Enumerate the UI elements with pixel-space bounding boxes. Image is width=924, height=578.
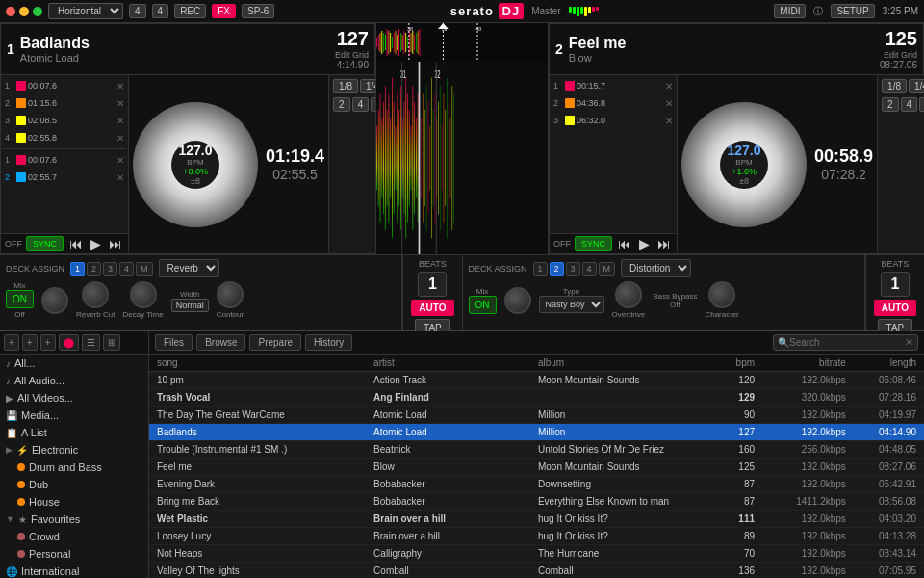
info-icon[interactable]: ⓘ bbox=[813, 5, 823, 18]
beat-btn[interactable]: 2 bbox=[333, 97, 350, 112]
sidebar-item-dub[interactable]: Dub bbox=[0, 476, 148, 493]
assign-btn-2[interactable]: 2 bbox=[87, 262, 101, 276]
cue-row[interactable]: 100:07.6✕ bbox=[3, 151, 126, 169]
sidebar-item-international[interactable]: 🌐 International bbox=[0, 563, 148, 578]
decay-knob[interactable] bbox=[130, 281, 157, 308]
minimize-button[interactable] bbox=[19, 7, 29, 16]
assign-btn-2-1[interactable]: 1 bbox=[533, 262, 548, 276]
platter-1[interactable]: 127.0 BPM +0.0% ±8 bbox=[133, 102, 258, 227]
deck-1-sync-button[interactable]: SYNC bbox=[26, 236, 64, 251]
auto-btn-2[interactable]: AUTO bbox=[874, 300, 916, 316]
layout-select[interactable]: Horizontal bbox=[48, 3, 123, 19]
deck-b-button[interactable]: 4 bbox=[152, 4, 169, 18]
assign-btn-2-m[interactable]: M bbox=[599, 262, 616, 276]
cue-row[interactable]: 306:32.0✕ bbox=[552, 112, 675, 129]
add-button[interactable]: + bbox=[4, 334, 19, 351]
track-row[interactable]: Trash Vocal Ang Finland 129 320.0kbps 07… bbox=[149, 389, 924, 407]
sidebar-item-house[interactable]: House bbox=[0, 493, 148, 511]
search-input[interactable] bbox=[789, 337, 905, 348]
search-clear-button[interactable]: ✕ bbox=[905, 336, 913, 349]
col-header-album[interactable]: album bbox=[534, 356, 699, 369]
setup-button[interactable]: SETUP bbox=[831, 4, 874, 18]
add-button-2[interactable]: + bbox=[22, 334, 38, 351]
loop-btn-2[interactable]: 1/4 bbox=[909, 79, 924, 93]
beat-btn-2[interactable]: 8 bbox=[919, 97, 924, 112]
reverb-cut-knob[interactable] bbox=[82, 281, 109, 308]
beat-btn[interactable]: 4 bbox=[352, 97, 370, 112]
fx-1-on-button[interactable]: ON bbox=[6, 290, 34, 308]
maximize-button[interactable] bbox=[33, 7, 42, 16]
track-row[interactable]: Trouble (Instrumental #1 SM .) Beatnick … bbox=[149, 441, 924, 459]
deck-2-platter[interactable]: 127.0 BPM +1.6% ±8 00:58.9 07:28.2 bbox=[678, 75, 877, 253]
track-row[interactable]: Loosey Lucy Brain over a hill hug It Or … bbox=[149, 528, 924, 545]
col-header-artist[interactable]: artist bbox=[370, 356, 534, 369]
track-row[interactable]: Evening Dark Bobabacker Downsetting 87 1… bbox=[149, 476, 924, 493]
sidebar-item-all-videos[interactable]: ▶ All Videos... bbox=[0, 389, 148, 407]
loop-btn-2[interactable]: 1/8 bbox=[882, 79, 907, 93]
col-header-length[interactable]: length bbox=[850, 356, 920, 369]
list-view-btn[interactable]: ☰ bbox=[82, 334, 100, 351]
play-pause-button[interactable]: ▶ bbox=[89, 236, 103, 251]
cue-row[interactable]: 100:07.6✕ bbox=[3, 77, 126, 94]
track-row[interactable]: Feel me Blow Moon Mountain Sounds 125 19… bbox=[149, 459, 924, 476]
type-select[interactable]: Nasty Boy bbox=[539, 296, 604, 313]
auto-btn-1[interactable]: AUTO bbox=[411, 300, 453, 316]
track-row[interactable]: Bring me Back Bobabacker Everything Else… bbox=[149, 493, 924, 511]
browse-tab[interactable]: Browse bbox=[196, 334, 245, 351]
grid-view-btn[interactable]: ⊞ bbox=[103, 334, 120, 351]
color-button[interactable]: ⬤ bbox=[59, 334, 79, 351]
assign-btn-2-2[interactable]: 2 bbox=[550, 262, 564, 276]
sidebar-item-a-list[interactable]: 📋 A List bbox=[0, 424, 148, 441]
loop-btn[interactable]: 1/8 bbox=[333, 79, 358, 93]
pitch-slider-2[interactable] bbox=[882, 116, 924, 250]
sidebar-item-electronic[interactable]: ▶ ⚡ Electronic bbox=[0, 441, 148, 459]
prev-track-button-2[interactable]: ⏮ bbox=[616, 236, 633, 251]
add-button-3[interactable]: + bbox=[40, 334, 56, 351]
rec-button[interactable]: REC bbox=[174, 4, 206, 18]
track-row[interactable]: Wet Plastic Brain over a hill hug It Or … bbox=[149, 511, 924, 528]
fx-button[interactable]: FX bbox=[212, 4, 236, 18]
next-track-button-2[interactable]: ⏭ bbox=[655, 236, 673, 251]
fx-1-effect-select[interactable]: Reverb bbox=[159, 259, 219, 277]
waveform-detail[interactable]: 31 32 bbox=[376, 62, 548, 254]
character-knob[interactable] bbox=[708, 281, 735, 308]
platter-2[interactable]: 127.0 BPM +1.6% ±8 bbox=[681, 102, 807, 227]
beat-btn-2[interactable]: 2 bbox=[882, 97, 899, 112]
cue-row[interactable]: 402:55.8✕ bbox=[3, 129, 126, 146]
cue-row[interactable]: 202:55.7✕ bbox=[3, 169, 126, 186]
contour-knob[interactable] bbox=[217, 281, 244, 308]
track-row[interactable]: The Day The Great WarCame Atomic Load Mi… bbox=[149, 407, 924, 424]
cue-row[interactable]: 302:08.5✕ bbox=[3, 112, 126, 129]
sp6-button[interactable]: SP-6 bbox=[242, 4, 274, 18]
assign-btn-2-4[interactable]: 4 bbox=[582, 262, 597, 276]
prepare-tab[interactable]: Prepare bbox=[249, 334, 301, 351]
midi-button[interactable]: MIDI bbox=[774, 4, 806, 18]
mix-knob-2[interactable] bbox=[504, 287, 531, 314]
assign-btn-2-3[interactable]: 3 bbox=[566, 262, 580, 276]
col-header-song[interactable]: song bbox=[153, 356, 370, 369]
cue-row[interactable]: 204:36.8✕ bbox=[552, 94, 675, 112]
sidebar-item-media[interactable]: 💾 Media... bbox=[0, 407, 148, 424]
assign-btn-4[interactable]: 4 bbox=[119, 262, 134, 276]
cue-row[interactable]: 100:15.7✕ bbox=[552, 77, 675, 94]
sidebar-item-all-audio[interactable]: ♪ All Audio... bbox=[0, 372, 148, 389]
sidebar-item-personal[interactable]: Personal bbox=[0, 545, 148, 563]
sidebar-item-all[interactable]: ♪ All... bbox=[0, 355, 148, 372]
waveform-overview[interactable]: 38 39 40 bbox=[376, 23, 548, 62]
next-track-button[interactable]: ⏭ bbox=[107, 236, 124, 251]
overdrive-knob[interactable] bbox=[615, 281, 642, 308]
track-row[interactable]: Badlands Atomic Load Million 127 192.0kb… bbox=[149, 424, 924, 441]
play-pause-button-2[interactable]: ▶ bbox=[637, 236, 652, 251]
deck-2-sync-button[interactable]: SYNC bbox=[575, 236, 612, 251]
deck-1-edit-grid[interactable]: Edit Grid bbox=[335, 50, 369, 60]
deck-1-platter[interactable]: 127.0 BPM +0.0% ±8 01:19.4 02:55.5 bbox=[129, 75, 328, 253]
assign-btn-m[interactable]: M bbox=[136, 262, 153, 276]
fx-2-on-button[interactable]: ON bbox=[469, 296, 497, 314]
fx-2-effect-select[interactable]: Distortion bbox=[621, 259, 691, 277]
files-tab[interactable]: Files bbox=[155, 334, 192, 351]
cue-row[interactable]: 201:15.6✕ bbox=[3, 94, 126, 112]
deck-a-button[interactable]: 4 bbox=[129, 4, 146, 18]
deck-2-edit-grid[interactable]: Edit Grid bbox=[884, 50, 917, 60]
history-tab[interactable]: History bbox=[305, 334, 352, 351]
track-row[interactable]: 10 pm Action Track Moon Mountain Sounds … bbox=[149, 372, 924, 389]
